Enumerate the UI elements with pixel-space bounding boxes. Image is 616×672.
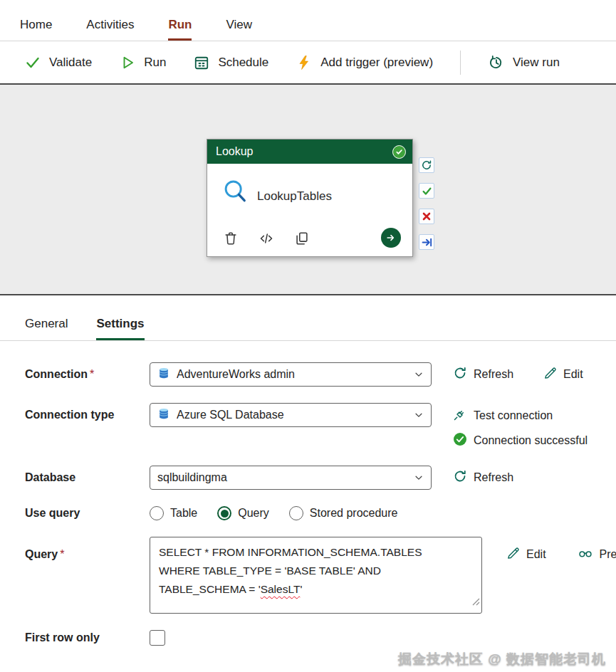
pencil-icon <box>506 547 520 563</box>
first-row-only-checkbox[interactable] <box>150 630 165 646</box>
query-textarea[interactable]: SELECT * FROM INFORMATION_SCHEMA.TABLES … <box>150 537 482 614</box>
activity-card-tools <box>223 231 310 246</box>
connection-test-stack: Test connection Connection successful <box>453 403 588 449</box>
glasses-icon <box>578 545 593 564</box>
spellcheck-word: SalesLT <box>261 583 301 595</box>
resize-handle[interactable] <box>472 593 480 611</box>
activity-connector-icons <box>419 157 434 250</box>
query-preview-button[interactable]: Prev <box>578 545 616 564</box>
next-activity-button[interactable] <box>381 228 401 248</box>
toolbar-separator <box>460 51 461 75</box>
query-edit-button[interactable]: Edit <box>506 545 546 564</box>
validate-label: Validate <box>49 56 92 70</box>
database-dropdown[interactable]: sqlbuildingma <box>150 466 432 490</box>
connection-edit-button[interactable]: Edit <box>543 367 583 383</box>
nav-tab-view[interactable]: View <box>226 18 252 41</box>
panel-tabs: General Settings <box>0 295 616 341</box>
database-label: Database <box>25 471 150 484</box>
query-actions: Edit Prev <box>506 537 616 564</box>
query-preview-label: Prev <box>600 548 616 561</box>
database-row: Database sqlbuildingma Refresh <box>25 466 616 490</box>
activity-success-badge <box>392 145 406 159</box>
history-icon <box>488 54 505 71</box>
required-asterisk: * <box>60 548 64 560</box>
refresh-icon <box>453 366 467 383</box>
query-line-2: WHERE TABLE_TYPE = 'BASE TABLE' AND <box>159 562 473 580</box>
schedule-label: Schedule <box>218 56 268 70</box>
radio-stored-procedure[interactable]: Stored procedure <box>289 506 398 520</box>
database-refresh-button[interactable]: Refresh <box>453 469 513 486</box>
tab-general[interactable]: General <box>25 317 68 340</box>
nav-tab-activities[interactable]: Activities <box>86 18 134 41</box>
activity-type-label: Lookup <box>216 145 254 158</box>
radio-circle-checked <box>217 506 231 520</box>
connection-type-label: Connection type <box>25 403 150 421</box>
edit-label: Edit <box>563 368 583 381</box>
pipeline-editor-window: Home Activities Run View Validate Run Sc… <box>0 0 616 672</box>
chevron-down-icon <box>414 410 424 420</box>
chevron-down-icon <box>414 473 424 483</box>
view-runs-label: View run <box>513 56 560 70</box>
radio-circle <box>150 506 164 520</box>
refresh-icon <box>453 469 467 486</box>
on-success-connector-icon[interactable] <box>419 183 434 199</box>
use-query-radios: Table Query Stored procedure <box>150 506 397 520</box>
add-trigger-button[interactable]: Add trigger (preview) <box>296 54 433 71</box>
connection-type-dropdown[interactable]: Azure SQL Database <box>150 403 432 427</box>
radio-table[interactable]: Table <box>150 506 197 520</box>
connection-refresh-button[interactable]: Refresh <box>453 366 513 383</box>
refresh-label: Refresh <box>474 368 513 381</box>
nav-tab-run[interactable]: Run <box>168 18 192 41</box>
query-edit-label: Edit <box>526 548 546 561</box>
code-view-icon[interactable] <box>259 231 274 246</box>
radio-table-label: Table <box>170 507 197 520</box>
lightning-icon <box>296 54 313 71</box>
settings-form: Connection* AdventureWorks admin Refres <box>0 341 616 646</box>
test-connection-label: Test connection <box>474 409 553 422</box>
connection-dropdown[interactable]: AdventureWorks admin <box>150 362 432 387</box>
nav-tab-home[interactable]: Home <box>20 18 52 41</box>
database-value: sqlbuildingma <box>157 471 407 484</box>
required-asterisk: * <box>90 368 94 380</box>
delete-activity-icon[interactable] <box>223 231 239 246</box>
connection-status: Connection successful <box>453 432 588 449</box>
first-row-only-row: First row only <box>25 630 616 646</box>
on-fail-connector-icon[interactable] <box>419 209 434 224</box>
connection-row: Connection* AdventureWorks admin Refres <box>25 362 616 387</box>
validate-button[interactable]: Validate <box>24 54 92 71</box>
tab-settings[interactable]: Settings <box>96 317 144 340</box>
radio-query[interactable]: Query <box>217 506 269 520</box>
use-query-row: Use query Table Query Stored procedure <box>25 506 616 520</box>
on-completion-connector-icon[interactable] <box>419 234 434 250</box>
success-check-icon <box>453 432 467 449</box>
play-icon <box>119 54 136 71</box>
view-runs-button[interactable]: View run <box>488 54 560 71</box>
toolbar-run-button[interactable]: Run <box>119 54 166 71</box>
top-nav: Home Activities Run View <box>0 0 616 41</box>
radio-stored-procedure-label: Stored procedure <box>310 507 398 520</box>
pencil-icon <box>543 367 557 383</box>
test-connection-button[interactable]: Test connection <box>453 407 588 424</box>
query-label: Query* <box>25 537 150 561</box>
add-trigger-label: Add trigger (preview) <box>320 56 433 70</box>
connection-status-label: Connection successful <box>474 434 588 447</box>
sql-database-icon <box>157 407 170 423</box>
lookup-activity-card[interactable]: Lookup LookupTables <box>207 139 413 257</box>
pipeline-canvas[interactable]: Lookup LookupTables <box>0 83 616 295</box>
use-query-label: Use query <box>25 507 150 520</box>
run-label: Run <box>144 56 166 70</box>
on-skip-connector-icon[interactable] <box>419 157 434 173</box>
calendar-icon <box>193 54 210 71</box>
refresh-label: Refresh <box>474 471 513 484</box>
lookup-search-icon <box>221 178 250 209</box>
query-row: Query* SELECT * FROM INFORMATION_SCHEMA.… <box>25 537 616 614</box>
clone-activity-icon[interactable] <box>294 231 310 246</box>
radio-circle <box>289 506 303 520</box>
run-toolbar: Validate Run Schedule Add trigger (previ… <box>0 41 616 83</box>
plug-icon <box>453 407 467 424</box>
sql-database-icon <box>157 367 170 382</box>
connection-label: Connection* <box>25 368 150 381</box>
connection-type-row: Connection type Azure SQL Database <box>25 403 616 449</box>
first-row-only-label: First row only <box>25 631 150 644</box>
schedule-button[interactable]: Schedule <box>193 54 268 71</box>
